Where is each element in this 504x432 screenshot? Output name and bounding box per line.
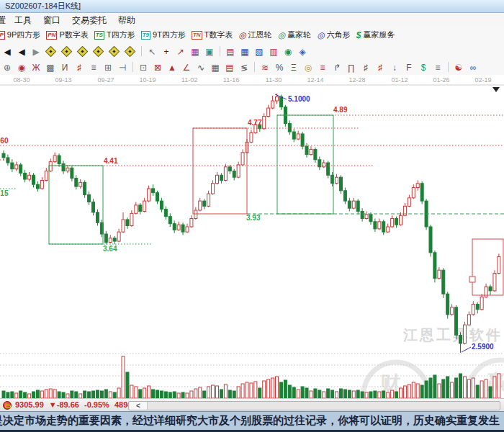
- tool-gann-wheel-icon: ◎: [238, 30, 246, 40]
- levels-icon[interactable]: Ξ: [287, 60, 301, 76]
- date-tick: 09-27: [97, 76, 114, 84]
- yinyang-icon[interactable]: ☯: [451, 60, 466, 76]
- hlines-icon[interactable]: ≡: [86, 60, 101, 76]
- dropdown-arrow-icon[interactable]: [492, 87, 500, 92]
- tool-winner-service[interactable]: $赢家服务: [356, 27, 395, 43]
- zigzag-icon[interactable]: И: [58, 60, 72, 76]
- date-tick: 02-19: [474, 76, 491, 84]
- diamond-nav-2-icon[interactable]: [61, 46, 73, 58]
- compass-tool-icon[interactable]: ⊕: [0, 60, 14, 76]
- tool-9t-square[interactable]: T99T四方形: [141, 27, 186, 42]
- gann-grid-icon[interactable]: ▦: [208, 60, 222, 76]
- retrace-icon[interactable]: ▤: [222, 60, 237, 76]
- box-handle[interactable]: [469, 276, 475, 282]
- box-tool-icon[interactable]: ⊡: [136, 60, 150, 76]
- tool-p-table-label: P数字表: [59, 30, 88, 39]
- window-title: SZ002607-184日K线]: [5, 1, 81, 10]
- toolbar-drawing: ⊕◉Ж▩И♯≡⊞⊣⊡⊠▲∠∿▦▤≶≋%Ξ◎≡↱∏♯♯↓F$≡☯∞: [0, 59, 504, 76]
- toolbar-separator: [132, 62, 133, 72]
- money-icon[interactable]: $: [416, 60, 431, 76]
- date-tick: 08-30: [13, 76, 30, 84]
- tool-9t-square-label: 9T四方形: [153, 30, 186, 39]
- diamond-nav-4-icon[interactable]: [93, 46, 104, 58]
- index-value: 9305.99: [15, 400, 44, 409]
- menu-bar: 置工具窗口交易委托帮助: [0, 13, 504, 28]
- menu-item-2[interactable]: 窗口: [37, 13, 66, 27]
- go-first-icon[interactable]: ◀: [0, 45, 14, 60]
- grid-tool-icon[interactable]: ▦: [188, 45, 202, 60]
- diamond-nav-1-icon[interactable]: [45, 46, 57, 58]
- menu-item-0[interactable]: 置: [0, 13, 9, 27]
- scroll-left-button[interactable]: <: [130, 402, 148, 410]
- step-forward-icon[interactable]: ▶: [29, 45, 43, 60]
- drop-icon[interactable]: ↓: [387, 60, 402, 76]
- kline-chart[interactable]: 江恩工具软件财赢08-3009-1309-2710-1911-0211-1611…: [0, 75, 504, 398]
- pointer-line: [462, 347, 471, 352]
- lattice-icon[interactable]: ♯: [359, 60, 373, 76]
- layers-icon[interactable]: ≡: [431, 60, 445, 76]
- diamond-nav-6-icon[interactable]: [125, 46, 136, 58]
- toolbar-separator: [448, 62, 449, 72]
- price-label: 4.15: [0, 189, 9, 197]
- lattice-red-icon[interactable]: ♯: [373, 60, 387, 76]
- angle-tool-icon[interactable]: ∠: [179, 60, 194, 76]
- date-tick: 11-02: [181, 76, 197, 84]
- trend-icon[interactable]: ↱: [330, 60, 344, 76]
- diamond-nav-3-icon[interactable]: [77, 46, 89, 58]
- price-label: 5.1000: [288, 95, 310, 103]
- triangle-tool-icon[interactable]: ▲: [165, 60, 179, 76]
- square-grid-icon[interactable]: ⊞: [101, 60, 115, 76]
- tool-hexagon-label: 六角形: [327, 30, 351, 39]
- hatch-box-icon[interactable]: ▩: [43, 60, 58, 76]
- bookmark-tool-icon[interactable]: ▣: [202, 45, 217, 60]
- percent-icon[interactable]: %: [272, 60, 287, 76]
- calendar-icon[interactable]: ▤: [223, 45, 238, 60]
- pillar-icon[interactable]: ∏: [344, 60, 359, 76]
- svg-text:江恩工具软件: 江恩工具软件: [402, 327, 503, 343]
- tool-t-square-icon: TS: [94, 31, 104, 40]
- speed-lines-icon[interactable]: ≡: [315, 60, 330, 76]
- tool-9p-square[interactable]: 9P9P四方形: [0, 27, 40, 42]
- channel-icon[interactable]: ≶: [237, 60, 251, 76]
- tool-winner-wheel[interactable]: ◎赢家轮: [278, 27, 311, 43]
- tool-p-table[interactable]: PNP数字表: [46, 27, 88, 42]
- fib-arcs-icon[interactable]: ≋: [258, 60, 272, 76]
- tool-winner-wheel-label: 赢家轮: [287, 30, 311, 39]
- date-tick: 11-30: [266, 76, 282, 84]
- wave-tool-icon[interactable]: ∿: [194, 60, 208, 76]
- kline-chart-area[interactable]: 江恩工具软件财赢08-3009-1309-2710-1911-0211-1611…: [0, 75, 504, 398]
- tool-gann-wheel[interactable]: ◎江恩轮: [238, 27, 271, 43]
- save-icon[interactable]: ▧: [252, 45, 266, 60]
- menu-item-3[interactable]: 交易委托: [66, 13, 112, 27]
- fib-icon[interactable]: F: [402, 60, 416, 76]
- star-lines-icon[interactable]: Ж: [29, 60, 43, 76]
- tool-9t-square-icon: T9: [141, 31, 150, 40]
- date-tick: 11-16: [223, 76, 239, 84]
- diamond-nav-5-icon[interactable]: [109, 46, 120, 58]
- menu-item-4[interactable]: 帮助: [112, 13, 141, 27]
- price-label: 2.5900: [472, 343, 494, 351]
- range-icon[interactable]: ⊣: [115, 60, 130, 76]
- menu-item-1[interactable]: 工具: [9, 13, 37, 27]
- save-as-icon[interactable]: ▥: [266, 45, 281, 60]
- tool-hexagon[interactable]: ◎六角形: [317, 27, 350, 43]
- hand-tool-icon[interactable]: ↖: [145, 45, 159, 60]
- gann-circle-icon[interactable]: ◉: [14, 60, 29, 76]
- tool-t-table[interactable]: TNT数字表: [192, 27, 233, 42]
- settings-icon[interactable]: ◉: [281, 45, 295, 60]
- tool-t-square[interactable]: TST四方形: [94, 27, 135, 42]
- horizontal-scrollbar[interactable]: <: [128, 401, 500, 410]
- fan-box-icon[interactable]: ⊠: [150, 60, 165, 76]
- pen-tool-icon[interactable]: ↗: [174, 45, 188, 60]
- toolbar-separator: [254, 62, 255, 72]
- crosshair-tool-icon[interactable]: +: [159, 45, 174, 60]
- calculator-icon[interactable]: ▦: [238, 45, 252, 60]
- grid-red-icon[interactable]: ♯: [72, 60, 86, 76]
- index-change: ▼-89.66: [49, 400, 79, 409]
- orders-icon[interactable]: ◈: [295, 45, 310, 60]
- step-back-icon[interactable]: ◀: [14, 45, 29, 60]
- infinity-icon[interactable]: ∞: [466, 60, 480, 76]
- toolbar-gann-tools: 9P9P四方形PNP数字表TST四方形T99T四方形TNT数字表◎江恩轮◎赢家轮…: [0, 27, 504, 44]
- index-quote: 9305.99 ▼-89.66 -0.95% 4894.85: [15, 399, 146, 411]
- gold-circle-icon[interactable]: ◎: [301, 60, 315, 76]
